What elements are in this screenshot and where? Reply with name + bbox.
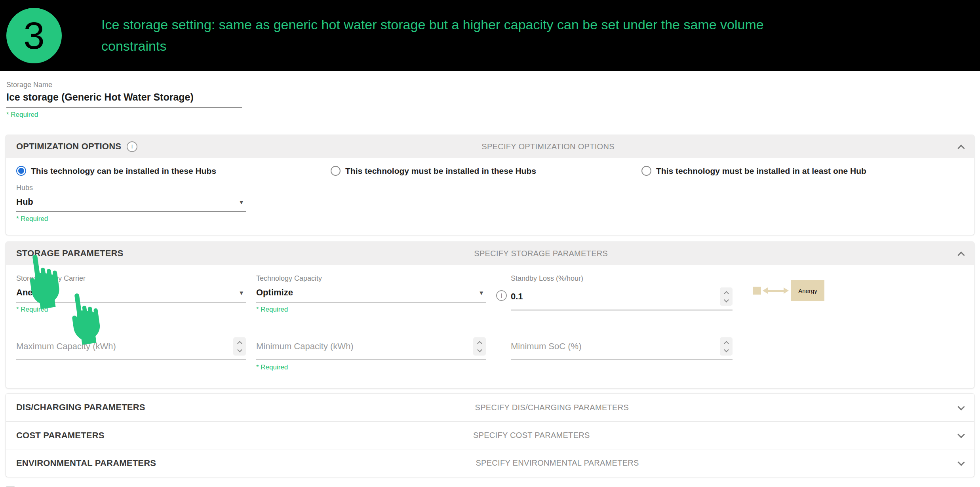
radio-at-least-one-hub[interactable]: This technology must be installed in at … <box>641 166 866 176</box>
chevron-up-icon[interactable] <box>957 145 965 152</box>
minimum-soc-group <box>511 333 733 360</box>
section-cost-parameters[interactable]: COST PARAMETERS SPECIFY COST PARAMETERS <box>6 421 974 449</box>
step-description-line2: constraints <box>101 36 764 57</box>
number-stepper[interactable] <box>473 337 486 356</box>
optimization-options-subtitle: SPECIFY OPTIMIZATION OPTIONS <box>137 142 959 151</box>
step-description-line1: Ice storage setting: same as generic hot… <box>101 14 764 36</box>
storage-parameters-subtitle: SPECIFY STORAGE PARAMETERS <box>123 249 959 258</box>
stored-energy-carrier-group: Stored Energy Carrier Anergy ▼ * Require… <box>16 274 246 314</box>
radio-must-be-installed[interactable]: This technology must be installed in the… <box>331 166 536 176</box>
double-arrow-icon <box>762 286 790 295</box>
hubs-field-group: Hubs Hub ▼ * Required <box>16 184 246 223</box>
number-stepper[interactable] <box>720 287 733 306</box>
chevron-up-icon[interactable] <box>957 251 965 259</box>
storage-name-required: * Required <box>6 111 974 119</box>
radio-unselected-icon <box>641 166 651 176</box>
chevron-down-icon[interactable] <box>957 431 965 438</box>
dropdown-caret-icon: ▼ <box>238 289 244 296</box>
step-description: Ice storage setting: same as generic hot… <box>101 14 764 57</box>
hubs-select[interactable]: Hub ▼ <box>16 194 246 212</box>
step-banner: 3 Ice storage setting: same as generic h… <box>0 0 980 71</box>
energy-flow-diagram: Anergy <box>753 280 824 301</box>
storage-parameters-card: STORAGE PARAMETERS SPECIFY STORAGE PARAM… <box>6 242 974 388</box>
minimum-soc-input[interactable] <box>511 341 720 352</box>
standby-loss-group: i Standby Loss (%/hour) 0.1 <box>496 274 733 310</box>
info-icon[interactable]: i <box>127 141 137 152</box>
technology-capacity-group: Technology Capacity Optimize ▼ * Require… <box>256 274 486 314</box>
hubs-required: * Required <box>16 215 246 223</box>
chevron-down-icon[interactable] <box>957 458 965 466</box>
optimization-options-header[interactable]: OPTIMIZATION OPTIONS i SPECIFY OPTIMIZAT… <box>6 135 974 158</box>
minimum-capacity-input[interactable] <box>256 341 473 352</box>
radio-can-be-installed[interactable]: This technology can be installed in thes… <box>16 166 216 176</box>
storage-parameters-header[interactable]: STORAGE PARAMETERS SPECIFY STORAGE PARAM… <box>6 242 974 265</box>
stored-energy-carrier-select[interactable]: Anergy ▼ <box>16 285 246 302</box>
storage-name-underline <box>6 107 242 108</box>
chevron-down-icon[interactable] <box>957 403 965 410</box>
optimization-options-card: OPTIMIZATION OPTIONS i SPECIFY OPTIMIZAT… <box>6 135 974 235</box>
optimization-options-title: OPTIMIZATION OPTIONS i <box>16 141 137 152</box>
storage-parameters-title: STORAGE PARAMETERS <box>16 248 123 259</box>
storage-name-group: Storage Name Ice storage (Generic Hot Wa… <box>6 81 974 119</box>
diagram-anergy-node: Anergy <box>791 280 824 301</box>
hubs-label: Hubs <box>16 184 246 192</box>
diagram-port-square <box>753 287 761 295</box>
maximum-capacity-group <box>16 333 246 360</box>
minimum-capacity-group: * Required <box>256 333 486 371</box>
dropdown-caret-icon: ▼ <box>238 199 244 205</box>
step-number: 3 <box>23 14 44 57</box>
number-stepper[interactable] <box>720 337 733 356</box>
technology-capacity-select[interactable]: Optimize ▼ <box>256 285 486 302</box>
storage-name-label: Storage Name <box>6 81 974 89</box>
radio-unselected-icon <box>331 166 341 176</box>
section-environmental-parameters[interactable]: ENVIRONMENTAL PARAMETERS SPECIFY ENVIRON… <box>6 449 974 477</box>
info-icon[interactable]: i <box>496 290 507 301</box>
number-stepper[interactable] <box>233 337 246 356</box>
section-discharging-parameters[interactable]: DIS/CHARGING PARAMETERS SPECIFY DIS/CHAR… <box>6 394 974 421</box>
maximum-capacity-input[interactable] <box>16 341 233 352</box>
step-number-badge: 3 <box>6 8 62 63</box>
storage-name-value[interactable]: Ice storage (Generic Hot Water Storage) <box>6 91 974 103</box>
dropdown-caret-icon: ▼ <box>478 289 484 296</box>
standby-loss-input[interactable]: 0.1 <box>511 291 720 302</box>
collapsed-sections: DIS/CHARGING PARAMETERS SPECIFY DIS/CHAR… <box>6 393 974 477</box>
radio-selected-icon <box>16 166 26 176</box>
